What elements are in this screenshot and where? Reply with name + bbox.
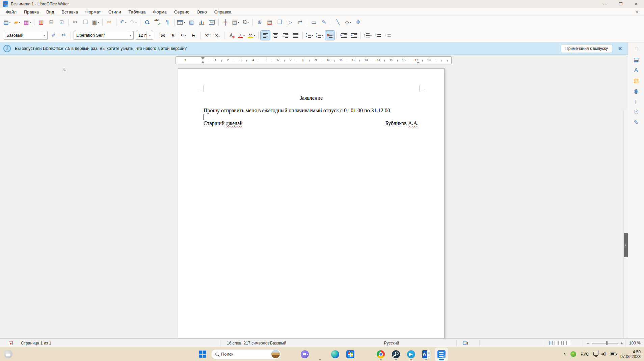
zoom-level[interactable]: 100 %	[629, 339, 641, 347]
line-spacing-button[interactable]: ▾	[363, 31, 372, 40]
taskbar-steam-button[interactable]	[389, 348, 403, 361]
insert-comment-button[interactable]: ▭	[309, 18, 319, 27]
taskbar-word-button[interactable]	[420, 348, 433, 361]
menu-help[interactable]: Справка	[211, 9, 235, 15]
insert-bookmark-button[interactable]: ▷	[285, 18, 295, 27]
widgets-weather-icon[interactable]	[4, 350, 12, 358]
subscript-button[interactable]: X₂	[213, 31, 222, 40]
chevron-down-icon[interactable]: ▾	[243, 34, 245, 37]
sidebar-gallery-icon[interactable]: ▧	[630, 76, 642, 85]
chevron-down-icon[interactable]: ▾	[238, 21, 239, 24]
numbered-list-button[interactable]: ▾	[315, 31, 324, 40]
chevron-down-icon[interactable]: ▾	[98, 21, 99, 24]
increase-paragraph-spacing-button[interactable]	[373, 31, 382, 40]
chevron-down-icon[interactable]: ▾	[350, 21, 351, 24]
left-indent-marker[interactable]	[201, 61, 205, 63]
book-view-icon[interactable]	[563, 341, 570, 345]
spelling-button[interactable]	[153, 18, 162, 27]
print-preview-button[interactable]: ⊡	[57, 18, 66, 27]
insert-special-character-button[interactable]: Ω▾	[241, 18, 250, 27]
align-justify-button[interactable]	[291, 31, 300, 40]
chevron-down-icon[interactable]: ▾	[9, 21, 11, 24]
chevron-down-icon[interactable]: ▾	[125, 21, 127, 24]
close-document-icon[interactable]: ✕	[635, 9, 639, 14]
bold-button[interactable]: Ж	[158, 31, 168, 40]
font-size-select[interactable]: 12 пт▾	[136, 31, 153, 40]
horizontal-ruler[interactable]: 1123456789101112131415161718	[176, 56, 452, 64]
menu-format[interactable]: Формат	[82, 9, 105, 15]
restore-button[interactable]: ❐	[613, 0, 628, 8]
clear-formatting-button[interactable]	[226, 31, 236, 40]
menu-file[interactable]: Файл	[2, 9, 20, 15]
insert-page-break-button[interactable]: ╪	[221, 18, 230, 27]
sidebar-sidebar-menu-icon[interactable]: ≡	[630, 44, 642, 54]
bullet-list-button[interactable]: ▾	[305, 31, 314, 40]
search-daily-image[interactable]	[271, 350, 280, 358]
taskbar-red-app-button[interactable]	[359, 348, 372, 361]
text-language[interactable]: Русский	[384, 339, 399, 347]
formatting-marks-button[interactable]: ¶	[163, 18, 172, 27]
strikethrough-button[interactable]: S	[189, 31, 198, 40]
unsaved-changes-icon[interactable]	[9, 339, 13, 347]
menu-insert[interactable]: Вставка	[58, 9, 81, 15]
zoom-slider-thumb[interactable]	[606, 341, 608, 345]
sidebar-styles-icon[interactable]: A	[630, 65, 642, 75]
start-button[interactable]	[196, 348, 209, 361]
sidebar-accessibility-check-icon[interactable]: ✎	[630, 118, 642, 127]
tab-stop-selector[interactable]: L	[63, 67, 66, 71]
search-box[interactable]: Поиск	[211, 349, 281, 359]
first-line-indent-marker[interactable]	[201, 57, 205, 60]
misspelled-word[interactable]: джедай	[226, 120, 243, 126]
insert-footnote-button[interactable]: ▤	[265, 18, 274, 27]
highlight-color-button[interactable]: ▾	[247, 31, 256, 40]
align-center-button[interactable]	[271, 31, 280, 40]
chevron-down-icon[interactable]: ▾	[312, 34, 313, 37]
doc-signature-right[interactable]: Бубликов А.А.	[385, 120, 419, 127]
taskbar-task-view-button[interactable]	[283, 348, 296, 361]
insert-textbox-button[interactable]	[207, 18, 216, 27]
sidebar-page-icon[interactable]: ▯	[630, 97, 642, 106]
taskbar-edge-button[interactable]	[328, 348, 342, 361]
chevron-down-icon[interactable]: ▾	[146, 31, 153, 39]
tray-chevron-icon[interactable]: ∧	[563, 352, 566, 356]
insert-chart-button[interactable]	[197, 18, 206, 27]
copy-button[interactable]: ❐	[81, 18, 90, 27]
new-style-button[interactable]: ✑	[59, 31, 69, 40]
draw-functions-button[interactable]: ❖	[353, 18, 363, 27]
cut-button[interactable]: ✂	[71, 18, 80, 27]
underline-button[interactable]: Ч▾	[179, 31, 188, 40]
open-button[interactable]: ▰▾	[12, 18, 22, 27]
menu-form[interactable]: Форма	[149, 9, 170, 15]
chevron-down-icon[interactable]: ▾	[41, 31, 47, 39]
print-button[interactable]: ⊟	[47, 18, 56, 27]
italic-button[interactable]: К	[168, 31, 178, 40]
page-count[interactable]: Страница 1 из 1	[21, 339, 51, 347]
doc-signature-left[interactable]: Старший джедай	[204, 120, 243, 127]
paste-button[interactable]: ▣▾	[91, 18, 100, 27]
menu-styles[interactable]: Стили	[105, 9, 125, 15]
vertical-scrollbar[interactable]: ▸	[623, 110, 628, 361]
align-right-button[interactable]	[281, 31, 290, 40]
insert-cross-reference-button[interactable]: ⇄	[295, 18, 305, 27]
zoom-slider[interactable]	[592, 343, 618, 343]
single-page-view-icon[interactable]	[549, 341, 553, 345]
zoom-out-button[interactable]: −	[587, 340, 589, 346]
misspelled-word[interactable]: А.А.	[408, 120, 419, 126]
taskbar-telegram-button[interactable]	[404, 348, 418, 361]
update-style-button[interactable]: ✐	[49, 31, 58, 40]
menu-edit[interactable]: Правка	[20, 9, 43, 15]
no-list-button[interactable]	[325, 31, 334, 40]
chevron-down-icon[interactable]: ▾	[127, 31, 133, 39]
insert-table-button[interactable]: ▾	[177, 18, 186, 27]
chevron-down-icon[interactable]: ▾	[322, 34, 323, 37]
infobar-close-icon[interactable]: ✕	[614, 46, 626, 51]
release-notes-button[interactable]: Примечания к выпуску	[561, 44, 612, 53]
menu-view[interactable]: Вид	[43, 9, 58, 15]
doc-paragraph[interactable]: Прошу отправить меня в ежегодный оплачив…	[204, 107, 419, 114]
menu-table[interactable]: Таблица	[125, 9, 149, 15]
insert-hyperlink-button[interactable]: ⊕	[255, 18, 264, 27]
insert-mode-icon[interactable]: I	[463, 339, 468, 347]
sidebar-properties-icon[interactable]: ▤	[630, 55, 642, 64]
taskbar-chrome-button[interactable]	[374, 348, 387, 361]
new-document-button[interactable]: ▤▾	[2, 18, 12, 27]
